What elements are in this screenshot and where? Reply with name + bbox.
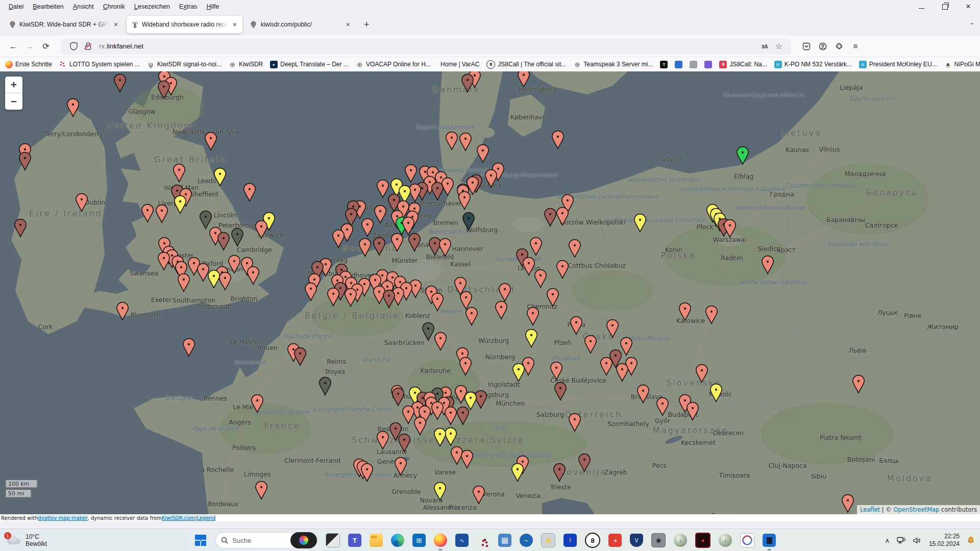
bookmark-13[interactable] xyxy=(704,61,712,68)
taskbar-icon-teams[interactable]: T xyxy=(348,534,361,547)
scale-km: 100 km xyxy=(5,480,38,488)
new-tab-button[interactable]: + xyxy=(359,18,375,31)
bookmark-10[interactable]: T xyxy=(660,61,668,68)
bookmark-17[interactable]: aNiPoGi Mini PC Wind... xyxy=(944,61,980,68)
taskbar-icon-store[interactable] xyxy=(412,534,426,547)
bookmark-2[interactable]: LOTTO System spielen ... xyxy=(59,61,140,68)
taskbar-icon-lotto-clover[interactable] xyxy=(477,534,490,547)
bookmark-6[interactable]: ⊕VOACAP Online for H... xyxy=(356,61,431,68)
tab-close-icon[interactable]: × xyxy=(112,20,119,29)
text: | © xyxy=(880,506,893,513)
copilot-button[interactable] xyxy=(290,532,317,548)
tab-3[interactable]: kiwisdr.com/public/× xyxy=(246,16,356,33)
bookmark-8[interactable]: 8JS8Call | The official sit... xyxy=(486,60,566,69)
start-button[interactable] xyxy=(194,534,207,547)
bookmark-1[interactable]: Erste Schritte xyxy=(5,61,52,68)
shield-icon[interactable] xyxy=(68,41,79,52)
search-placeholder: Suche xyxy=(232,537,290,544)
taskbar-icon-wsjtx[interactable] xyxy=(740,533,754,547)
purple-icon xyxy=(704,61,712,68)
taskbar-icon-calculator[interactable] xyxy=(498,534,511,547)
tab-1[interactable]: KiwiSDR: Wide-band SDR + GPS× xyxy=(4,16,124,33)
bookmark-11[interactable] xyxy=(675,61,682,68)
taskbar-icon-file-explorer[interactable] xyxy=(370,534,383,547)
taskbar-icon-flrig-red[interactable]: » xyxy=(608,534,622,547)
zoom-in-button[interactable]: + xyxy=(5,77,22,93)
bookmark-15[interactable]: iiK-PO NM 532 Verstärk... xyxy=(774,61,852,68)
menu-chronik[interactable]: Chronik xyxy=(99,2,130,12)
shop-icon: ii xyxy=(859,61,867,68)
bookmark-9[interactable]: ⊕Teamspeak 3 Server mi... xyxy=(573,61,653,68)
taskbar-icon-jtdx-orb-1[interactable]: ↓ xyxy=(674,534,687,547)
link-leaflet[interactable]: Leaflet xyxy=(860,506,880,513)
menu-datei[interactable]: Datei xyxy=(4,2,28,12)
globe-icon: ⊕ xyxy=(229,61,236,68)
close-button[interactable]: × xyxy=(957,0,980,13)
menu-ansicht[interactable]: Ansicht xyxy=(68,2,99,12)
taskbar-icon-n1mm-router[interactable]: ⌇ xyxy=(564,534,577,547)
map-canvas[interactable]: GlasgowEdinburghUnited KingdomNewcastle … xyxy=(0,71,980,521)
taskbar-icon-vara-shield[interactable]: V xyxy=(630,534,643,547)
bookmark-star-icon[interactable]: ☆ xyxy=(773,41,785,52)
zoom-out-button[interactable]: − xyxy=(5,93,22,110)
taskbar-icon-edge[interactable] xyxy=(391,534,404,547)
insecure-lock-icon[interactable] xyxy=(82,41,93,52)
bookmark-12[interactable] xyxy=(690,61,697,68)
notification-bell-icon[interactable] xyxy=(967,536,975,544)
bookmark-16[interactable]: iiPresident McKinley EU... xyxy=(859,61,937,68)
map-tiles xyxy=(0,71,980,521)
minimize-button[interactable] xyxy=(910,0,933,13)
menu-extras[interactable]: Extras xyxy=(175,2,202,12)
link-dyatlov-map-maker[interactable]: dyatlov map maker xyxy=(38,515,87,521)
tab-title: kiwisdr.com/public/ xyxy=(261,21,341,28)
back-button[interactable]: ← xyxy=(5,39,21,54)
url-bar[interactable]: rx.linkfanel.net x̄A ☆ xyxy=(61,38,791,55)
search-box[interactable]: Suche xyxy=(215,532,317,548)
network-icon[interactable] xyxy=(897,537,905,544)
bookmark-5[interactable]: ▸DeepL Translate – Der ... xyxy=(270,61,349,68)
volume-icon[interactable] xyxy=(913,537,921,544)
taskbar-icon-bandicam[interactable]: ● xyxy=(695,533,710,548)
menu-bearbeiten[interactable]: Bearbeiten xyxy=(28,2,68,12)
taskbar-icon-sdr-blue[interactable] xyxy=(763,534,776,547)
map-attribution: Leaflet | © OpenStreetMap contributors xyxy=(857,505,980,514)
restore-button[interactable] xyxy=(933,0,957,13)
link-legend[interactable]: Legend xyxy=(197,515,216,521)
bookmark-4[interactable]: ⊕KiwiSDR xyxy=(229,61,263,68)
menu-hamburger-icon[interactable]: ≡ xyxy=(847,39,864,54)
translate-icon[interactable]: x̄A xyxy=(759,41,770,52)
menu-lesezeichen[interactable]: Lesezeichen xyxy=(130,2,175,12)
navigation-toolbar: ← → ⟳ rx.linkfanel.net x̄A ☆ xyxy=(0,36,980,57)
taskbar-icon-openoffice[interactable]: ~ xyxy=(520,534,533,547)
taskbar-icon-sdr-console[interactable]: ∿ xyxy=(455,534,469,547)
text: , dynamic receiver data from xyxy=(88,515,162,521)
red8-icon: 8 xyxy=(719,61,727,68)
bookmark-7[interactable]: Home | VarAC xyxy=(438,61,479,68)
taskbar-icon-firefox[interactable] xyxy=(434,534,447,547)
tab-close-icon[interactable]: × xyxy=(231,20,238,29)
antenna-icon: ψ xyxy=(147,61,155,68)
text: contributors xyxy=(939,506,977,513)
forward-button[interactable]: → xyxy=(21,39,38,54)
taskbar-icon-ham-radio-deluxe[interactable]: ⚡ xyxy=(541,533,555,547)
hidden-icons-chevron[interactable]: ∧ xyxy=(885,537,890,544)
account-icon[interactable] xyxy=(815,39,831,54)
taskbar-icon-radio-app[interactable] xyxy=(651,533,666,547)
taskbar-clock[interactable]: 22:25 15.02.2024 xyxy=(929,533,960,548)
taskbar-icon-jtdx-orb-2[interactable]: ↓ xyxy=(719,534,732,547)
extensions-icon[interactable] xyxy=(831,39,847,54)
reload-button[interactable]: ⟳ xyxy=(38,39,54,54)
tab-2[interactable]: Wideband shortwave radio rece× xyxy=(127,16,242,33)
pocket-icon[interactable] xyxy=(798,39,815,54)
bookmark-3[interactable]: ψKiwiSDR signal-to-noi... xyxy=(147,61,222,68)
menu-hilfe[interactable]: Hilfe xyxy=(202,2,224,12)
weather-widget[interactable]: 1 10°C Bewölkt xyxy=(6,533,113,547)
taskbar-icon-js8call[interactable]: 8 xyxy=(585,533,600,548)
link-kiwisdr-com[interactable]: KiwiSDR.com xyxy=(162,515,195,521)
tab-close-icon[interactable]: × xyxy=(345,20,352,29)
weather-temp: 10°C xyxy=(26,533,47,540)
taskbar-icon-task-view[interactable] xyxy=(326,533,340,547)
link-openstreetmap[interactable]: OpenStreetMap xyxy=(893,506,939,513)
list-all-tabs-icon[interactable]: ⌄ xyxy=(969,18,975,26)
bookmark-14[interactable]: 8JS8Call: Na... xyxy=(719,61,767,68)
